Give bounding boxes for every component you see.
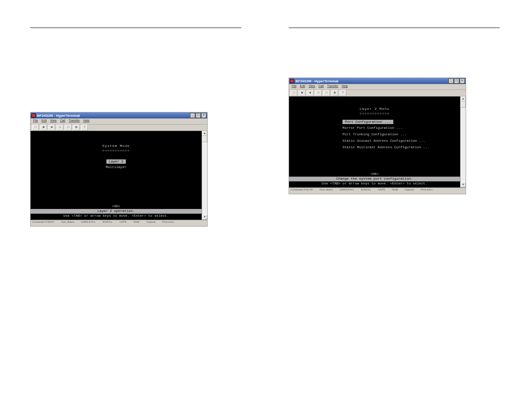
status-caps: CAPS: [378, 188, 385, 193]
hint-highlight: Change the system port configuration.: [289, 177, 460, 181]
ok-button[interactable]: <OK>: [31, 204, 202, 209]
screen-title-underline: ============: [291, 112, 458, 116]
titlebar[interactable]: BF24G2M - HyperTerminal _ □ ×: [289, 78, 466, 84]
tool-props-icon[interactable]: ▤: [331, 90, 338, 96]
status-connected: Connected 0:00:07: [32, 221, 54, 226]
menu-file[interactable]: File: [292, 84, 296, 89]
tool-new-icon[interactable]: □: [32, 125, 39, 131]
status-scroll: SCROLL: [361, 188, 371, 193]
tool-send-icon[interactable]: □: [323, 90, 330, 96]
left-column: BF24G2M - HyperTerminal _ □ × File Edit …: [30, 30, 246, 227]
scroll-thumb[interactable]: [202, 136, 207, 142]
status-baud: 19200 8-N-1: [81, 221, 95, 226]
scroll-up-icon[interactable]: ▲: [202, 131, 207, 136]
hint-text: Use <TAB> or arrow keys to move. <Enter>…: [31, 214, 202, 218]
menu-transfer[interactable]: Transfer: [68, 119, 80, 124]
menu-edit[interactable]: Edit: [300, 84, 305, 89]
menu-port-config[interactable]: Port Configuration ...: [342, 120, 458, 125]
menu-view[interactable]: View: [308, 84, 315, 89]
titlebar[interactable]: BF24G2M - HyperTerminal _ □ ×: [31, 112, 207, 118]
hint-text: Use <TAB> or arrow keys to move. <Enter>…: [289, 181, 460, 186]
menu-multicast[interactable]: Static Multicast Address Configuration .…: [342, 145, 458, 150]
menu-transfer[interactable]: Transfer: [327, 84, 338, 89]
tool-help-icon[interactable]: ?: [339, 90, 346, 96]
toolbar: □ ▣ ☎ ☏ □ ▤ ?: [31, 125, 207, 131]
menu-edit[interactable]: Edit: [41, 119, 47, 124]
option-layer2-label: Layer 2: [106, 159, 126, 164]
menu-file[interactable]: File: [33, 119, 38, 124]
menu-port-config-label: Port Configuration ...: [342, 120, 393, 125]
hint-highlight: Layer 2 operation.: [31, 209, 202, 214]
header-rule-right: [289, 28, 500, 28]
close-icon[interactable]: ×: [460, 78, 465, 84]
ok-button[interactable]: <OK>: [289, 172, 460, 177]
scroll-track[interactable]: [460, 108, 466, 182]
maximize-icon[interactable]: □: [196, 113, 201, 118]
tool-new-icon[interactable]: □: [290, 90, 297, 96]
menu-help[interactable]: Help: [83, 119, 89, 124]
tool-hang-icon[interactable]: ☏: [56, 125, 63, 131]
status-detect: Auto detect: [320, 188, 333, 193]
status-print: Print echo: [421, 188, 432, 193]
terminal-scroll-frame: Layer 2 Menu ============ Port Configura…: [289, 97, 466, 187]
screen-footer: <OK> Layer 2 operation. Use <TAB> or arr…: [31, 204, 202, 218]
scrollbar[interactable]: ▲ ▼: [460, 97, 466, 187]
terminal-screen[interactable]: Layer 2 Menu ============ Port Configura…: [289, 97, 460, 187]
option-layer2[interactable]: Layer 2: [32, 159, 200, 164]
tool-props-icon[interactable]: ▤: [73, 125, 80, 131]
option-multilayer[interactable]: Multilayer: [32, 165, 200, 170]
menu-mirror[interactable]: Mirror Port Configuration ...: [342, 126, 458, 131]
status-num: NUM: [392, 188, 398, 193]
scrollbar[interactable]: ▲ ▼: [202, 131, 207, 220]
scroll-track[interactable]: [202, 142, 207, 215]
terminal-window-right: BF24G2M - HyperTerminal _ □ × File Edit …: [289, 78, 466, 194]
close-icon[interactable]: ×: [201, 113, 206, 118]
statusbar: Connected 0:00:07 Auto detect 19200 8-N-…: [31, 220, 207, 226]
scroll-thumb[interactable]: [460, 102, 466, 108]
minimize-icon[interactable]: _: [190, 113, 195, 118]
tool-help-icon[interactable]: ?: [81, 125, 88, 131]
menu-unicast[interactable]: Static Unicast Address Configuration ...: [342, 139, 458, 143]
status-detect: Auto detect: [61, 221, 74, 226]
status-caps: CAPS: [119, 221, 126, 226]
menu-help[interactable]: Help: [342, 84, 348, 89]
maximize-icon[interactable]: □: [454, 78, 459, 84]
toolbar: □ ▣ ☎ ☏ □ ▤ ?: [289, 90, 466, 97]
menu-trunk[interactable]: Port Trunking Configuration ...: [342, 132, 458, 137]
scroll-down-icon[interactable]: ▼: [460, 182, 466, 187]
tool-open-icon[interactable]: ▣: [40, 125, 47, 131]
window-controls: _ □ ×: [190, 113, 206, 118]
screen-title: Layer 2 Menu: [291, 107, 458, 112]
scroll-down-icon[interactable]: ▼: [202, 215, 207, 220]
minimize-icon[interactable]: _: [448, 78, 454, 84]
terminal-screen[interactable]: System Mode =========== Layer 2 Multilay…: [31, 131, 202, 220]
header-rule-left: [30, 28, 241, 28]
screen-title-underline: ===========: [32, 149, 200, 153]
titlebar-title: BF24G2M - HyperTerminal: [31, 113, 80, 118]
page-spread: BF24G2M - HyperTerminal _ □ × File Edit …: [0, 0, 532, 411]
status-capture: Capture: [404, 188, 414, 193]
menubar[interactable]: File Edit View Call Transfer Help: [289, 84, 466, 90]
right-column: BF24G2M - HyperTerminal _ □ × File Edit …: [289, 30, 504, 194]
menu-items: Port Configuration ... Mirror Port Confi…: [342, 120, 458, 150]
menu-call[interactable]: Call: [60, 119, 65, 124]
tool-call-icon[interactable]: ☎: [307, 90, 314, 96]
terminal-window-left: BF24G2M - HyperTerminal _ □ × File Edit …: [30, 112, 208, 227]
status-capture: Capture: [146, 221, 155, 226]
status-print: Print echo: [162, 221, 174, 226]
menu-view[interactable]: View: [50, 119, 56, 124]
titlebar-title: BF24G2M - HyperTerminal: [290, 79, 338, 83]
statusbar: Connected 0:01:04 Auto detect 19200 8-N-…: [289, 187, 466, 194]
tool-send-icon[interactable]: □: [65, 125, 72, 131]
terminal-scroll-frame: System Mode =========== Layer 2 Multilay…: [31, 131, 207, 220]
scroll-up-icon[interactable]: ▲: [460, 97, 466, 102]
tool-hang-icon[interactable]: ☏: [315, 90, 322, 96]
tool-call-icon[interactable]: ☎: [48, 125, 55, 131]
menu-call[interactable]: Call: [318, 84, 324, 89]
app-icon: [290, 79, 294, 83]
tool-open-icon[interactable]: ▣: [299, 90, 305, 96]
screen-title: System Mode: [32, 144, 200, 149]
menubar[interactable]: File Edit View Call Transfer Help: [31, 118, 207, 125]
status-connected: Connected 0:01:04: [291, 188, 313, 193]
app-icon: [31, 113, 36, 118]
